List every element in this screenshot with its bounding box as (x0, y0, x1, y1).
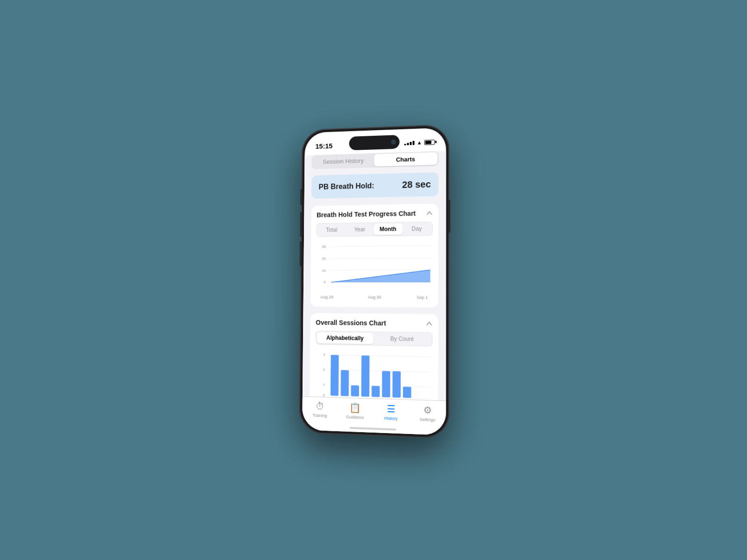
svg-text:2: 2 (323, 368, 325, 372)
sessions-chart-title: Overall Sessions Chart (316, 319, 386, 327)
phone-frame: 15:15 ▲ Session History (299, 125, 449, 438)
svg-text:3: 3 (323, 353, 325, 357)
pb-label: PB Breath Hold: (318, 182, 374, 191)
sort-filter: Alphabetically By Count (316, 331, 433, 347)
breath-hold-chart-header: Breath Hold Test Progress Chart (317, 210, 433, 219)
filter-total[interactable]: Total (318, 224, 346, 235)
tab-settings[interactable]: ⚙ Settings (409, 404, 446, 423)
svg-line-9 (329, 355, 430, 357)
training-icon: ⏱ (315, 401, 324, 412)
svg-text:30: 30 (322, 245, 326, 249)
svg-rect-22 (382, 371, 390, 398)
svg-rect-17 (331, 355, 339, 396)
x-label-aug30: Aug 30 (368, 295, 381, 300)
svg-line-0 (330, 246, 430, 247)
training-label: Training (312, 413, 327, 418)
svg-rect-23 (393, 371, 401, 398)
screen-content: Session History Charts PB Breath Hold: 2… (303, 151, 446, 408)
tab-charts[interactable]: Charts (374, 152, 437, 167)
settings-label: Settings (420, 417, 435, 422)
svg-rect-24 (403, 387, 411, 398)
filter-month[interactable]: Month (374, 224, 402, 235)
svg-line-2 (329, 270, 430, 270)
svg-rect-21 (372, 386, 380, 397)
front-camera (391, 140, 396, 144)
line-chart-svg: 30 20 10 0 (316, 240, 433, 292)
collapse-breath-hold-icon[interactable] (426, 210, 433, 217)
breath-hold-chart-section: Breath Hold Test Progress Chart Total Ye… (310, 203, 438, 308)
x-label-sep1: Sep 1 (416, 295, 428, 300)
phone-screen: 15:15 ▲ Session History (302, 127, 446, 435)
status-bar: 15:15 ▲ (305, 127, 446, 155)
pb-value: 28 sec (402, 179, 431, 190)
sessions-chart-header: Overall Sessions Chart (316, 319, 432, 328)
chart-x-labels: Aug 28 Aug 30 Sep 1 (316, 295, 433, 300)
breath-hold-chart-title: Breath Hold Test Progress Chart (317, 210, 416, 218)
svg-text:20: 20 (322, 257, 326, 261)
volume-up-button (300, 211, 302, 237)
battery-icon (424, 140, 435, 145)
dynamic-island (349, 135, 400, 150)
collapse-sessions-icon[interactable] (426, 320, 432, 327)
x-label-aug28: Aug 28 (320, 295, 333, 300)
svg-text:0: 0 (324, 280, 325, 284)
history-label: History (384, 416, 397, 421)
filter-day[interactable]: Day (402, 223, 431, 235)
home-indicator (350, 427, 396, 431)
clock: 15:15 (316, 141, 333, 150)
svg-line-1 (329, 258, 430, 259)
wifi-icon: ▲ (417, 140, 422, 145)
status-icons: ▲ (404, 139, 435, 146)
svg-text:10: 10 (322, 268, 325, 273)
volume-down-button (300, 241, 302, 266)
sessions-chart-section: Overall Sessions Chart Alphabetically By… (310, 313, 438, 408)
mute-button (300, 189, 302, 205)
tab-history[interactable]: ☰ History (373, 403, 409, 421)
sort-by-count[interactable]: By Count (373, 333, 431, 345)
power-button (448, 200, 450, 233)
tab-training[interactable]: ⏱ Training (302, 400, 337, 419)
tab-session-history[interactable]: Session History (312, 154, 374, 168)
bottom-tab-bar: ⏱ Training 📋 Guidance ☰ History ⚙ Settin… (302, 396, 446, 435)
svg-rect-20 (361, 356, 370, 397)
filter-year[interactable]: Year (345, 224, 374, 235)
sort-alphabetically[interactable]: Alphabetically (317, 332, 374, 344)
signal-icon (404, 140, 415, 145)
svg-rect-18 (341, 370, 349, 396)
battery-fill (425, 140, 431, 144)
history-icon: ☰ (387, 403, 395, 415)
guidance-icon: 📋 (349, 402, 361, 413)
time-filter: Total Year Month Day (317, 222, 433, 237)
pb-card: PB Breath Hold: 28 sec (311, 172, 438, 199)
settings-icon: ⚙ (423, 404, 431, 416)
svg-rect-19 (351, 385, 359, 397)
tab-guidance[interactable]: 📋 Guidance (337, 401, 373, 420)
line-chart-container: 30 20 10 0 Aug 28 Aug 30 Sep 1 (316, 240, 433, 302)
svg-text:1: 1 (323, 383, 325, 387)
guidance-label: Guidance (346, 414, 364, 420)
